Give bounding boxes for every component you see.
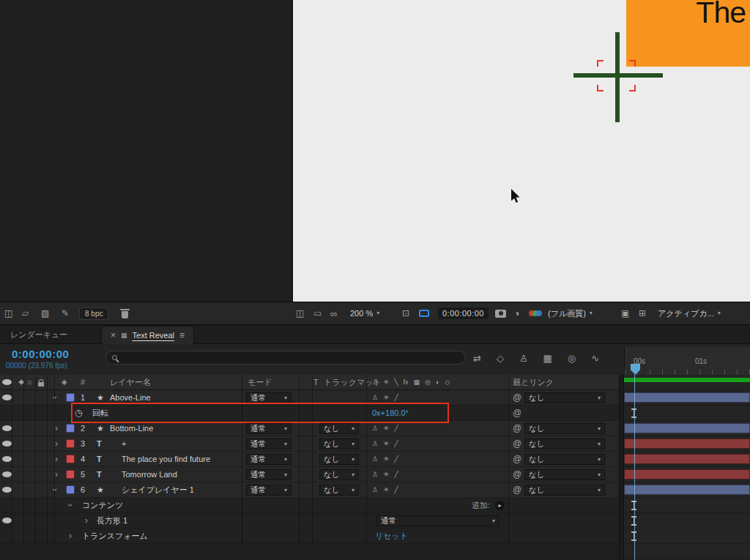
parent-dropdown[interactable]: なし▾: [524, 423, 605, 434]
channels-icon[interactable]: [529, 302, 542, 324]
shy-toggle[interactable]: ♙: [372, 395, 378, 401]
pickwhip-icon[interactable]: @: [513, 467, 521, 482]
time-ruler[interactable]: 00s 01s: [624, 347, 750, 375]
transform-label[interactable]: トランスフォーム: [82, 529, 148, 543]
footage-icon[interactable]: ▨: [41, 302, 49, 324]
layer-bar-plus[interactable]: [624, 438, 750, 449]
quality-toggle[interactable]: ╱: [394, 425, 398, 432]
shy-toggle[interactable]: ♙: [372, 425, 378, 432]
rectangle-label[interactable]: 長方形 1: [97, 513, 127, 528]
expand-toggle[interactable]: ›: [55, 467, 58, 482]
parent-dropdown[interactable]: なし▾: [524, 485, 605, 496]
tab-comp-text-reveal[interactable]: × ▦ Text Reveal ≡: [101, 326, 194, 344]
layer-bar-tomorrow-land[interactable]: [624, 469, 750, 479]
label-color-swatch[interactable]: [66, 455, 75, 463]
quality-toggle[interactable]: ╱: [394, 441, 398, 447]
mode-dropdown[interactable]: 通常▾: [246, 454, 292, 465]
always-preview-icon[interactable]: ◫: [296, 302, 304, 324]
snapshot-camera-icon[interactable]: [495, 302, 506, 324]
playhead-line[interactable]: [634, 375, 635, 560]
trackmatte-dropdown[interactable]: なし▾: [319, 423, 359, 434]
visibility-toggle[interactable]: [2, 390, 12, 405]
folder-icon[interactable]: ▱: [22, 302, 29, 324]
visibility-toggle[interactable]: [2, 421, 12, 436]
pickwhip-icon[interactable]: @: [513, 482, 521, 497]
layer-row-bottom-line[interactable]: › 2 ★ Bottom-Line 通常▾ なし▾ ♙ ☀ ╱ @ なし▾: [0, 421, 619, 436]
pickwhip-icon[interactable]: @: [513, 452, 521, 466]
trackmatte-dropdown[interactable]: なし▾: [319, 469, 359, 480]
add-button[interactable]: ▸: [495, 498, 505, 512]
visibility-toggle[interactable]: [2, 452, 12, 466]
parent-dropdown[interactable]: なし▾: [524, 438, 605, 449]
layer-bar-bottom-line[interactable]: [624, 423, 750, 433]
collapse-toggle[interactable]: ☀: [383, 471, 389, 478]
layer-row-plus[interactable]: › 3 T + 通常▾ なし▾ ♙ ☀ ╱ @ なし▾: [0, 436, 619, 452]
rectangle-group-row[interactable]: › 長方形 1 通常▾: [0, 513, 619, 529]
layer-bar-the-place[interactable]: [624, 454, 750, 464]
layer-name[interactable]: シェイプレイヤー 1: [122, 482, 194, 497]
pickwhip-icon[interactable]: @: [513, 406, 521, 420]
expand-toggle[interactable]: ›: [69, 498, 72, 512]
panel-splitter[interactable]: [619, 375, 624, 560]
label-color-swatch[interactable]: [66, 393, 75, 402]
reset-link[interactable]: リセット: [375, 529, 408, 543]
visibility-toggle[interactable]: [2, 467, 12, 482]
trash-icon[interactable]: [122, 302, 128, 324]
resolution-dropdown[interactable]: (フル画質)▾: [548, 302, 593, 324]
show-snapshot-icon[interactable]: ◑: [514, 302, 519, 324]
transparency-grid-icon[interactable]: ⊞: [639, 302, 646, 324]
collapse-toggle[interactable]: ☀: [383, 441, 389, 447]
layer-name[interactable]: Tomorrow Land: [122, 467, 177, 482]
contents-group-row[interactable]: › コンテンツ 追加: ▸: [0, 498, 619, 513]
quality-toggle[interactable]: ╱: [394, 395, 398, 401]
bpc-button[interactable]: 8 bpc: [79, 302, 108, 324]
active-camera-dropdown[interactable]: アクティブカ...▾: [658, 302, 721, 324]
monitor-icon[interactable]: ▭: [313, 302, 322, 324]
mode-dropdown[interactable]: 通常▾: [246, 438, 292, 449]
label-color-swatch[interactable]: [66, 470, 75, 479]
expand-toggle[interactable]: ›: [69, 529, 72, 543]
workspace-icon[interactable]: ◫: [4, 302, 12, 324]
trackmatte-dropdown[interactable]: なし▾: [319, 454, 359, 465]
crop-region-icon[interactable]: ⊡: [402, 302, 409, 324]
layer-row-tomorrow-land[interactable]: › 5 T Tomorrow Land 通常▾ なし▾ ♙ ☀ ╱ @ なし▾: [0, 467, 619, 482]
quality-toggle[interactable]: ╱: [394, 471, 398, 478]
target-region-icon[interactable]: ▣: [621, 302, 629, 324]
parent-dropdown[interactable]: なし▾: [524, 454, 605, 465]
draft-3d-icon[interactable]: ◇: [497, 354, 504, 363]
expand-toggle[interactable]: ›: [55, 421, 58, 436]
expand-toggle[interactable]: ›: [55, 436, 58, 451]
close-icon[interactable]: ×: [111, 331, 116, 340]
shy-toggle[interactable]: ♙: [372, 487, 378, 493]
expand-toggle[interactable]: ›: [85, 513, 88, 528]
pickwhip-icon[interactable]: @: [513, 436, 521, 451]
collapse-toggle[interactable]: ☀: [383, 395, 389, 401]
layer-name[interactable]: +: [122, 436, 126, 451]
quality-toggle[interactable]: ╱: [394, 456, 398, 463]
layer-name[interactable]: Bottom-Line: [110, 421, 153, 436]
expand-toggle[interactable]: ›: [55, 452, 58, 466]
contents-label[interactable]: コンテンツ: [82, 498, 123, 512]
mode-dropdown[interactable]: 通常▾: [246, 485, 292, 496]
visibility-toggle[interactable]: [2, 482, 12, 497]
viewer-timecode[interactable]: 0:00:00:00: [438, 302, 489, 324]
collapse-toggle[interactable]: ☀: [383, 425, 389, 432]
shy-toggle[interactable]: ♙: [372, 441, 378, 447]
label-color-swatch[interactable]: [66, 439, 75, 448]
parent-dropdown[interactable]: なし▾: [524, 392, 605, 403]
flowchart-icon[interactable]: ⇄: [473, 354, 481, 363]
shy-toggle[interactable]: ♙: [372, 471, 378, 478]
layer-name-column-header[interactable]: レイヤー名: [110, 375, 151, 389]
pickwhip-icon[interactable]: @: [513, 421, 521, 436]
transform-group-row[interactable]: › トランスフォーム リセット: [0, 529, 619, 544]
layer-name[interactable]: The place you find future: [122, 452, 210, 466]
rect-blend-mode-dropdown[interactable]: 通常▾: [376, 515, 500, 526]
panel-menu-icon[interactable]: ≡: [179, 331, 185, 340]
label-color-swatch[interactable]: [66, 485, 75, 494]
roi-icon[interactable]: [419, 302, 429, 324]
tab-render-queue[interactable]: レンダーキュー: [0, 325, 67, 344]
brush-icon[interactable]: ✎: [62, 302, 69, 324]
layer-bar-above-line[interactable]: [624, 392, 750, 403]
quality-toggle[interactable]: ╱: [394, 487, 398, 493]
trackmatte-dropdown[interactable]: なし▾: [319, 438, 359, 449]
